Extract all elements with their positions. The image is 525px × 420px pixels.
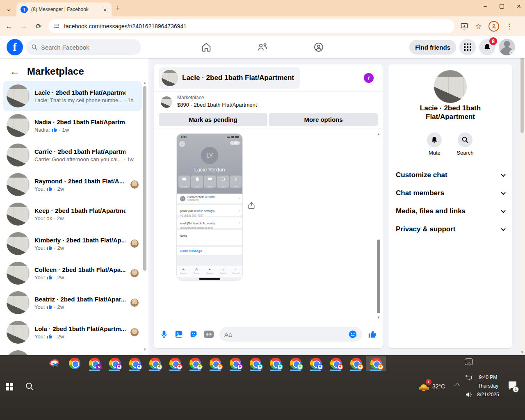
- message-image-attachment[interactable]: 6:54 ‹ Edit LY Lacie Yerdon message call…: [176, 133, 243, 281]
- gif-icon[interactable]: GIF: [204, 331, 214, 338]
- conversation-list-item[interactable]: Lola · 2bed 1bath Flat/Apartm... You: · …: [3, 317, 142, 347]
- back-arrow-icon[interactable]: ←: [10, 66, 20, 77]
- apps-menu-button[interactable]: [459, 39, 476, 55]
- chrome-app-icon[interactable]: [105, 356, 125, 371]
- tab-close-icon[interactable]: ×: [102, 6, 107, 13]
- network-icon[interactable]: [465, 375, 472, 381]
- message-input[interactable]: [219, 327, 362, 342]
- conversation-list-item[interactable]: Nadia · 2bed 1bath Flat/Apartm... Nadia:…: [3, 111, 142, 140]
- scroll-down-icon[interactable]: ▼: [143, 347, 147, 352]
- conversation-info-icon[interactable]: i: [364, 73, 374, 83]
- new-tab-button[interactable]: +: [116, 4, 120, 13]
- phone-call-action: call: [191, 176, 203, 188]
- sticker-icon[interactable]: [189, 330, 198, 339]
- mark-as-pending-button[interactable]: Mark as pending: [159, 113, 267, 126]
- chrome-app-icon[interactable]: [346, 356, 366, 371]
- chrome-app-icon[interactable]: [326, 356, 346, 371]
- chat-header-button[interactable]: Lacie · 2bed 1bath Flat/Apartment: [159, 67, 300, 89]
- conversation-list-item[interactable]: Keep · 2bed 1bath Flat/Apartment You: ok…: [3, 199, 142, 229]
- notifications-button[interactable]: 8: [479, 39, 495, 55]
- conversation-title: Kimberly · 2bed 1bath Flat/Ap...: [34, 237, 126, 244]
- taskbar-search-icon[interactable]: [25, 381, 34, 391]
- scrollbar-thumb[interactable]: [377, 240, 380, 313]
- refresh-icon[interactable]: ⟳: [33, 21, 44, 32]
- chat-scrollbar[interactable]: ▲ ▼: [376, 132, 381, 323]
- section-media-files-links[interactable]: Media, files and links: [388, 202, 512, 220]
- more-options-button[interactable]: More options: [269, 113, 378, 126]
- conversation-list-item[interactable]: Lacie · 2bed 1bath Flat/Apartment Lacie:…: [3, 81, 142, 111]
- window-maximize-button[interactable]: ▢: [499, 2, 504, 11]
- friends-icon[interactable]: [257, 42, 268, 52]
- back-icon[interactable]: ←: [3, 21, 15, 32]
- chrome-app-icon[interactable]: N: [84, 356, 105, 371]
- search-in-conversation-action[interactable]: Search: [457, 132, 473, 156]
- window-minimize-button[interactable]: –: [484, 2, 487, 11]
- section-chat-members[interactable]: Chat members: [388, 184, 512, 202]
- section-privacy-support[interactable]: Privacy & support: [388, 220, 512, 238]
- chrome-app-icon[interactable]: [285, 356, 306, 371]
- share-icon[interactable]: [247, 201, 256, 210]
- home-icon[interactable]: [201, 42, 212, 52]
- start-button[interactable]: [6, 383, 13, 390]
- install-app-icon[interactable]: [460, 22, 468, 30]
- url-bar[interactable]: facebook.com/messages/t/2401621896473694…: [48, 19, 454, 33]
- chrome-app-icon[interactable]: [165, 356, 185, 371]
- attach-image-icon[interactable]: [174, 330, 183, 339]
- chrome-app-icon[interactable]: [145, 356, 165, 371]
- conversation-list-item[interactable]: Tabatha · 2bed 1bath Flat/Apart: [3, 347, 142, 355]
- facebook-logo[interactable]: f: [7, 39, 23, 55]
- scroll-down-icon[interactable]: ▼: [376, 315, 381, 320]
- conversation-list-item[interactable]: Carrie · 2bed 1bath Flat/Apartm... Carri…: [3, 140, 142, 170]
- chrome-app-icon[interactable]: [64, 356, 84, 371]
- contact-name: Lacie Yerdon: [177, 167, 242, 173]
- mute-action[interactable]: Mute: [427, 132, 442, 156]
- action-center-badge: 1: [513, 386, 519, 393]
- browser-profile-icon[interactable]: [488, 21, 499, 32]
- find-friends-button[interactable]: Find friends: [409, 40, 456, 55]
- forward-icon[interactable]: →: [18, 21, 30, 32]
- sidebar-scrollbar[interactable]: ▲ ▼: [143, 81, 147, 352]
- page-scrollbar[interactable]: ▲ ▼: [519, 36, 525, 355]
- chrome-app-icon[interactable]: [125, 356, 145, 371]
- volume-icon[interactable]: [465, 391, 472, 398]
- banner-listing: $890 - 2bed 1bath Flat/Apartment: [177, 102, 257, 108]
- chrome-app-icon[interactable]: [185, 356, 205, 371]
- chrome-app-icon[interactable]: [225, 356, 245, 371]
- cast-icon[interactable]: [465, 358, 473, 365]
- conversation-list-item[interactable]: Beatriz · 2bed 1bath Flat/Apar... You: ·…: [3, 288, 142, 317]
- chrome-app-icon[interactable]: [205, 356, 225, 371]
- conversation-list-item[interactable]: Raymond · 2bed 1bath Flat/A... You: · 2w: [3, 170, 142, 199]
- taskbar-clock[interactable]: 9:40 PM Thursday 8/21/2025: [475, 373, 501, 399]
- profile-letter-badge: N: [96, 364, 102, 370]
- chrome-app-icon[interactable]: [366, 356, 386, 371]
- bell-icon: [431, 136, 438, 144]
- site-info-icon[interactable]: [53, 23, 60, 30]
- snipping-tool-icon[interactable]: [44, 356, 64, 371]
- browser-menu-icon[interactable]: ⋮: [506, 22, 513, 31]
- chevron-down-icon[interactable]: ⌄: [3, 3, 14, 14]
- scroll-up-icon[interactable]: ▲: [376, 132, 381, 136]
- groups-icon[interactable]: [313, 42, 324, 52]
- conversation-list-item[interactable]: Kimberly · 2bed 1bath Flat/Ap... You: · …: [3, 229, 142, 258]
- weather-widget[interactable]: 1 32°C: [419, 381, 445, 391]
- profile-avatar[interactable]: [499, 39, 515, 55]
- message-input-field[interactable]: [224, 331, 348, 338]
- facebook-search[interactable]: [26, 39, 141, 55]
- chrome-app-icon[interactable]: [245, 356, 265, 371]
- chrome-app-icon[interactable]: [265, 356, 285, 371]
- bookmark-star-icon[interactable]: ☆: [475, 22, 482, 31]
- search-input[interactable]: [41, 44, 131, 51]
- voice-clip-icon[interactable]: [160, 330, 169, 339]
- browser-tab[interactable]: f (8) Messenger | Facebook ×: [16, 2, 112, 16]
- like-thumb-icon[interactable]: [368, 330, 377, 339]
- scroll-up-icon[interactable]: ▲: [143, 81, 147, 85]
- scroll-down-icon[interactable]: ▼: [519, 349, 525, 355]
- window-close-button[interactable]: ×: [517, 2, 521, 11]
- section-customize-chat[interactable]: Customize chat: [388, 166, 512, 184]
- tray-expand-icon[interactable]: [454, 383, 460, 388]
- emoji-icon[interactable]: [348, 330, 357, 339]
- conversation-list-item[interactable]: Colleen · 2bed 1bath Flat/Apa... You: · …: [3, 258, 142, 288]
- conversation-title: Lola · 2bed 1bath Flat/Apartm...: [34, 325, 126, 332]
- scrollbar-thumb[interactable]: [143, 86, 146, 271]
- chrome-app-icon[interactable]: [306, 356, 326, 371]
